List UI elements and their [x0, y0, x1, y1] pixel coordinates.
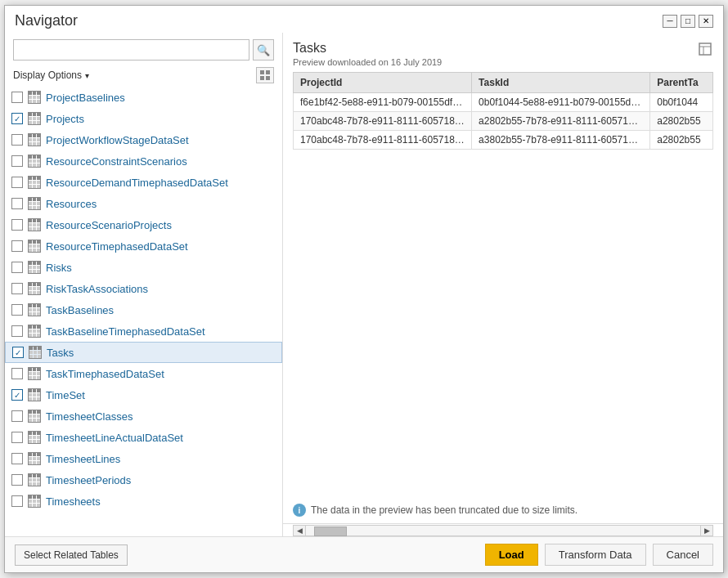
- list-item-checkbox[interactable]: [11, 389, 23, 401]
- list-item[interactable]: ResourceDemandTimephasedDataSet: [5, 172, 282, 193]
- table-icon: [28, 91, 41, 104]
- footer: Select Related Tables Load Transform Dat…: [5, 536, 723, 572]
- preview-subtitle: Preview downloaded on 16 July 2019: [293, 57, 442, 67]
- list-item[interactable]: Tasks: [5, 342, 282, 363]
- list-item[interactable]: TimesheetLines: [5, 448, 282, 469]
- list-item[interactable]: ProjectWorkflowStageDataSet: [5, 129, 282, 150]
- list-item-checkbox[interactable]: [11, 432, 23, 443]
- list-item-checkbox[interactable]: [11, 304, 23, 316]
- list-item[interactable]: Projects: [5, 108, 282, 129]
- list-item-label: Projects: [46, 113, 84, 125]
- minimize-button[interactable]: ─: [663, 15, 677, 28]
- horizontal-scrollbar[interactable]: ◀ ▶: [283, 523, 723, 536]
- table-icon: [28, 431, 41, 444]
- list-item[interactable]: ResourceConstraintScenarios: [5, 150, 282, 172]
- list-item-checkbox[interactable]: [11, 262, 23, 273]
- list-item-label: TimesheetPeriods: [46, 474, 131, 486]
- list-item-checkbox[interactable]: [11, 134, 23, 146]
- list-item-checkbox[interactable]: [11, 495, 23, 507]
- list-item-checkbox[interactable]: [11, 368, 23, 379]
- left-panel: 🔍 Display Options ▾: [5, 33, 283, 536]
- list-item-checkbox[interactable]: [11, 410, 23, 422]
- list-item-checkbox[interactable]: [11, 453, 23, 464]
- svg-rect-2: [260, 76, 264, 80]
- table-column-header: ProjectId: [294, 73, 472, 93]
- list-item-label: TaskTimephasedDataSet: [46, 368, 164, 380]
- navigator-dialog: Navigator ─ □ ✕ 🔍 Display Options ▾: [4, 5, 724, 573]
- title-bar: Navigator ─ □ ✕: [5, 6, 723, 33]
- list-item[interactable]: ResourceTimephasedDataSet: [5, 235, 282, 257]
- list-item-label: ProjectBaselines: [46, 92, 125, 104]
- list-item-checkbox[interactable]: [12, 347, 24, 358]
- h-scroll-thumb[interactable]: [314, 526, 347, 536]
- list-item[interactable]: ResourceScenarioProjects: [5, 214, 282, 235]
- scroll-right-arrow[interactable]: ▶: [700, 525, 713, 536]
- table-cell: f6e1bf42-5e88-e911-b079-00155df44d18: [294, 93, 472, 112]
- list-item-label: ResourceDemandTimephasedDataSet: [46, 177, 228, 189]
- search-button[interactable]: 🔍: [253, 39, 274, 60]
- list-item[interactable]: RiskTaskAssociations: [5, 278, 282, 299]
- list-item[interactable]: TaskBaselines: [5, 299, 282, 320]
- svg-rect-4: [699, 43, 711, 55]
- table-icon: [28, 261, 41, 274]
- list-item[interactable]: Resources: [5, 193, 282, 214]
- list-item-checkbox[interactable]: [11, 219, 23, 231]
- list-item-checkbox[interactable]: [11, 113, 23, 124]
- footer-right: Load Transform Data Cancel: [485, 544, 713, 566]
- list-item[interactable]: ProjectBaselines: [5, 87, 282, 108]
- table-icon: [28, 367, 41, 380]
- list-item-label: Risks: [46, 262, 72, 274]
- list-item[interactable]: TimesheetPeriods: [5, 469, 282, 491]
- list-item-checkbox[interactable]: [11, 155, 23, 167]
- list-item-label: TimesheetLines: [46, 453, 120, 465]
- h-scroll-track[interactable]: [306, 525, 700, 536]
- preview-icon-button[interactable]: [697, 41, 713, 61]
- search-bar: 🔍: [5, 33, 282, 64]
- list-item-checkbox[interactable]: [11, 325, 23, 337]
- chevron-down-icon: ▾: [85, 71, 89, 80]
- list-item-checkbox[interactable]: [11, 240, 23, 252]
- list-item[interactable]: Timesheets: [5, 491, 282, 512]
- table-list[interactable]: ProjectBaselinesProjectsProjectWorkflowS…: [5, 87, 282, 536]
- table-icon: [28, 388, 41, 401]
- list-item-label: TaskBaselines: [46, 304, 114, 316]
- transform-data-button[interactable]: Transform Data: [545, 544, 646, 566]
- list-item-label: Timesheets: [46, 495, 101, 508]
- table-icon: [28, 218, 41, 231]
- list-item-label: TimesheetLineActualDataSet: [46, 432, 183, 444]
- list-item[interactable]: TaskTimephasedDataSet: [5, 363, 282, 384]
- cancel-button[interactable]: Cancel: [653, 544, 713, 566]
- list-item[interactable]: Risks: [5, 257, 282, 278]
- data-table: ProjectIdTaskIdParentTaf6e1bf42-5e88-e91…: [293, 72, 713, 150]
- list-item[interactable]: TaskBaselineTimephasedDataSet: [5, 320, 282, 342]
- list-item-checkbox[interactable]: [11, 283, 23, 294]
- svg-rect-0: [260, 70, 264, 74]
- table-cell: 170abc48-7b78-e911-8111-605718fe43f8: [294, 112, 472, 131]
- table-cell: 0b0f1044: [650, 93, 713, 112]
- list-item-checkbox[interactable]: [11, 177, 23, 188]
- list-item-label: ProjectWorkflowStageDataSet: [46, 134, 189, 146]
- scroll-left-arrow[interactable]: ◀: [293, 525, 306, 536]
- load-button[interactable]: Load: [485, 544, 538, 566]
- list-item[interactable]: TimesheetClasses: [5, 405, 282, 427]
- svg-rect-1: [266, 70, 270, 74]
- list-item-checkbox[interactable]: [11, 198, 23, 209]
- select-related-button[interactable]: Select Related Tables: [15, 544, 128, 566]
- table-icon: [28, 282, 41, 295]
- content-area: 🔍 Display Options ▾: [5, 33, 723, 536]
- maximize-button[interactable]: □: [681, 15, 695, 28]
- table-cell: a3802b55-7b78-e911-8111-605718fe43f8: [472, 131, 650, 150]
- list-item[interactable]: TimesheetLineActualDataSet: [5, 427, 282, 448]
- list-item-checkbox[interactable]: [11, 92, 23, 103]
- preview-title: Tasks: [293, 41, 442, 56]
- list-item[interactable]: TimeSet: [5, 384, 282, 405]
- list-item-label: ResourceScenarioProjects: [46, 219, 172, 231]
- display-options-button[interactable]: Display Options ▾: [13, 69, 89, 81]
- search-input[interactable]: [13, 39, 249, 60]
- preview-header: Tasks Preview downloaded on 16 July 2019: [283, 33, 723, 72]
- info-icon: i: [293, 504, 306, 517]
- list-item-checkbox[interactable]: [11, 474, 23, 486]
- view-toggle-button[interactable]: [256, 67, 274, 83]
- table-row: 170abc48-7b78-e911-8111-605718fe43f8a380…: [294, 131, 713, 150]
- close-button[interactable]: ✕: [699, 15, 713, 28]
